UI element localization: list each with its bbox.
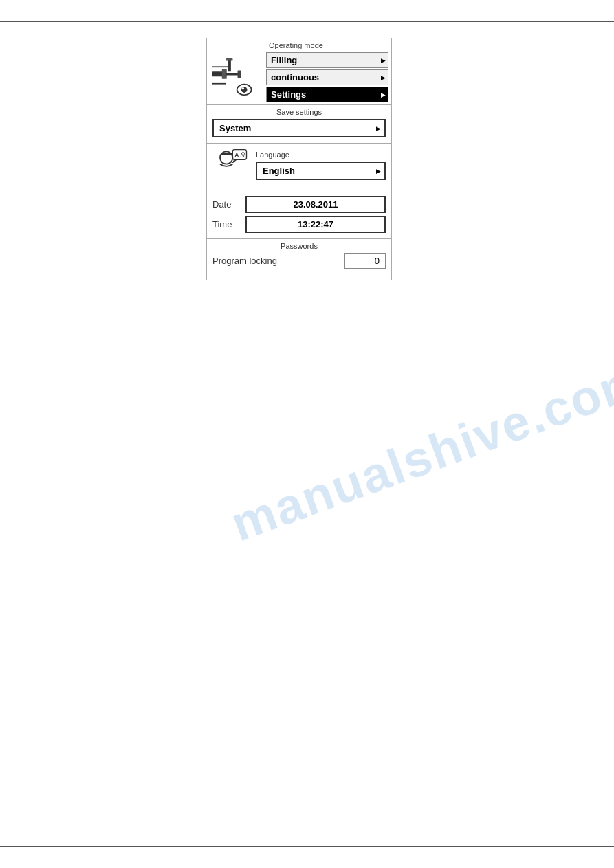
program-locking-row: Program locking 0 <box>212 253 386 269</box>
top-border <box>0 21 614 22</box>
time-label: Time <box>212 219 245 230</box>
operating-mode-section: Operating mode <box>207 38 391 105</box>
svg-point-8 <box>241 87 244 90</box>
time-value[interactable]: 13:22:47 <box>245 216 386 233</box>
language-icon: A Ñ <box>212 146 250 184</box>
svg-text:Ñ: Ñ <box>240 152 245 159</box>
save-settings-section: Save settings System <box>207 105 391 144</box>
datetime-section: Date 23.08.2011 Time 13:22:47 <box>207 190 391 239</box>
mode-btn-settings[interactable]: Settings <box>266 87 388 102</box>
date-value[interactable]: 23.08.2011 <box>245 196 386 213</box>
language-label: Language <box>256 151 386 159</box>
svg-rect-4 <box>228 60 230 72</box>
program-locking-value[interactable]: 0 <box>344 253 386 269</box>
passwords-label: Passwords <box>212 242 386 250</box>
svg-rect-5 <box>226 58 232 61</box>
svg-point-7 <box>241 87 247 93</box>
device-icon-area <box>207 51 263 104</box>
svg-rect-3 <box>237 71 241 78</box>
language-dropdown-area: Language English <box>256 151 386 180</box>
mode-btn-filling[interactable]: Filling <box>266 52 388 68</box>
program-locking-label: Program locking <box>212 256 344 266</box>
time-row: Time 13:22:47 <box>212 216 386 233</box>
bottom-border <box>0 846 614 847</box>
mode-buttons: Filling continuous Settings <box>263 51 391 104</box>
language-content: A Ñ Language English <box>212 146 386 184</box>
svg-rect-0 <box>212 71 223 76</box>
date-label: Date <box>212 199 245 210</box>
language-icon-area: A Ñ <box>212 146 250 184</box>
mode-btn-continuous[interactable]: continuous <box>266 69 388 85</box>
svg-rect-2 <box>226 73 239 76</box>
date-row: Date 23.08.2011 <box>212 196 386 213</box>
passwords-section: Passwords Program locking 0 <box>207 239 391 280</box>
language-section: A Ñ Language English <box>207 144 391 190</box>
language-dropdown[interactable]: English <box>256 162 386 180</box>
watermark: manualshive.com <box>223 350 614 552</box>
save-settings-dropdown[interactable]: System <box>212 119 386 137</box>
operating-mode-content: Filling continuous Settings <box>207 51 391 104</box>
device-icon <box>211 54 259 102</box>
save-settings-label: Save settings <box>212 108 386 116</box>
operating-mode-label: Operating mode <box>207 38 391 51</box>
main-panel: Operating mode <box>206 38 392 280</box>
svg-text:A: A <box>234 152 239 159</box>
